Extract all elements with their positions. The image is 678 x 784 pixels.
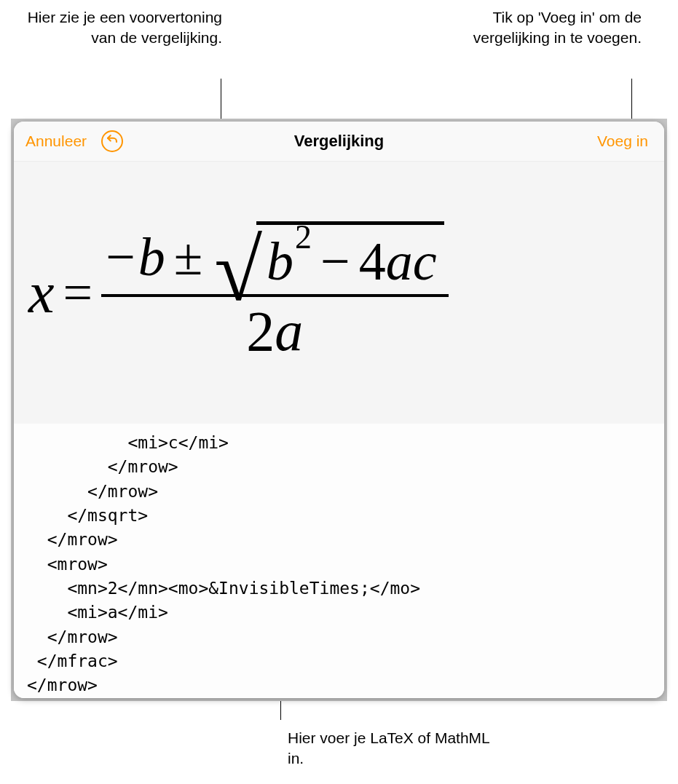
radical-icon: √ — [214, 240, 262, 312]
eq-sqrt: √ b 2 − 4 a c — [214, 221, 444, 293]
code-content: <mi>c</mi> </mrow> </mrow> </msqrt> </mr… — [27, 433, 420, 698]
undo-icon — [106, 133, 119, 149]
eq-equals: = — [55, 263, 102, 323]
eq-numerator: − b ± √ b 2 − 4 a c — [101, 221, 448, 293]
eq-radicand: b 2 − 4 a c — [256, 221, 444, 293]
eq-sup-2: 2 — [295, 218, 312, 256]
eq-var-a-den: a — [275, 298, 303, 364]
eq-var-c: c — [413, 231, 437, 293]
code-text: <mi>c</mi> </mrow> </mrow> </msqrt> </mr… — [27, 431, 651, 698]
equation-preview: x = − b ± √ b 2 − 4 — [14, 162, 664, 424]
eq-plusminus: ± — [165, 227, 212, 288]
eq-minus2: − — [312, 231, 359, 292]
insert-button[interactable]: Voeg in — [597, 132, 648, 150]
equation-editor-popup: Annuleer Vergelijking Voeg in x — [14, 122, 664, 698]
eq-fraction: − b ± √ b 2 − 4 a c — [101, 221, 448, 364]
undo-button[interactable] — [101, 130, 123, 152]
eq-var-b: b — [138, 226, 165, 288]
leader-line — [631, 79, 632, 119]
callout-code: Hier voer je LaTeX of MathML in. — [288, 728, 506, 769]
popup-title: Vergelijking — [294, 132, 385, 151]
popup-header: Annuleer Vergelijking Voeg in — [14, 122, 664, 162]
code-input-area[interactable]: <mi>c</mi> </mrow> </mrow> </msqrt> </mr… — [14, 424, 664, 698]
eq-var-x: x — [28, 260, 55, 326]
cancel-button[interactable]: Annuleer — [25, 132, 87, 150]
eq-minus: − — [106, 227, 138, 288]
eq-num-4: 4 — [359, 231, 386, 293]
rendered-equation: x = − b ± √ b 2 − 4 — [28, 221, 449, 364]
callout-preview: Hier zie je een voorvertoning van de ver… — [7, 7, 222, 49]
eq-var-b2: b — [267, 231, 293, 293]
app-frame: Annuleer Vergelijking Voeg in x — [11, 119, 667, 701]
callout-insert: Tik op 'Voeg in' om de vergelijking in t… — [423, 7, 642, 49]
fraction-bar — [101, 294, 448, 297]
eq-var-a: a — [386, 231, 413, 293]
